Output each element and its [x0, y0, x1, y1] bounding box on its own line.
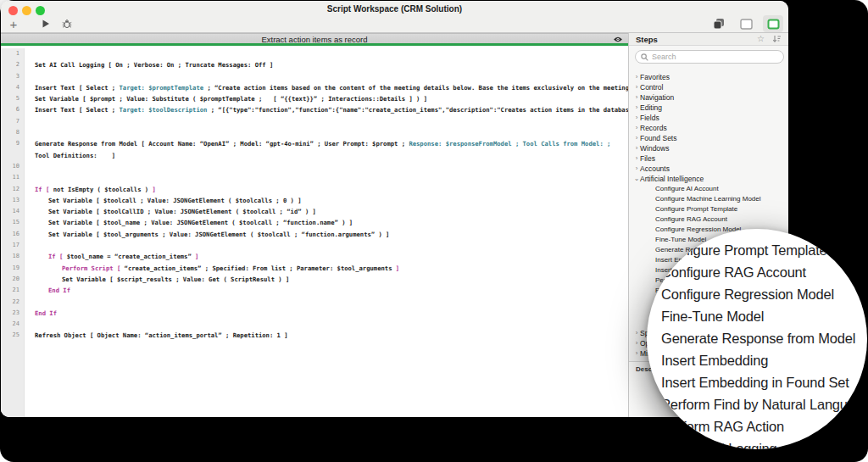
script-step-text: [25, 116, 628, 127]
script-row[interactable]: 8: [1, 127, 628, 138]
steps-category-found-sets[interactable]: ›Found Sets: [629, 133, 788, 143]
script-row[interactable]: 21End If: [1, 285, 628, 296]
script-row[interactable]: 24: [1, 319, 628, 330]
chevron-right-icon[interactable]: ›: [633, 103, 640, 113]
script-step-text: [25, 161, 628, 172]
script-row[interactable]: 10: [1, 161, 628, 172]
steps-item-configure-rag-account[interactable]: Configure RAG Account: [629, 214, 788, 225]
chevron-down-icon[interactable]: ⌄: [633, 174, 640, 184]
steps-label: Accounts: [640, 164, 670, 174]
debug-script-button[interactable]: [59, 16, 75, 31]
script-row[interactable]: 22: [1, 297, 628, 308]
steps-category-navigation[interactable]: ›Navigation: [629, 92, 788, 103]
search-input[interactable]: [652, 53, 778, 61]
steps-item-configure-machine-learning-model[interactable]: Configure Machine Learning Model: [629, 194, 788, 204]
sidebar-pane-view-button-selected[interactable]: [763, 15, 783, 32]
script-step-text: Set AI Call Logging [ On ; Verbose: On ;…: [25, 59, 628, 70]
script-row[interactable]: 6Insert Text [ Select ; Target: $toolDes…: [1, 104, 628, 115]
line-number: 25: [1, 330, 25, 341]
script-row[interactable]: 18If [ $tool_name = “create_action_items…: [1, 251, 628, 262]
script-row[interactable]: 15Set Variable [ $tool_name ; Value: JSO…: [1, 217, 628, 228]
script-row[interactable]: 23End If: [1, 308, 628, 319]
script-row[interactable]: 9Generate Response from Model [ Account …: [1, 138, 628, 149]
magnified-step-perform-find-by-natural-language: Perform Find by Natural Language: [661, 393, 867, 415]
script-step-text: [25, 48, 628, 59]
script-row[interactable]: 25Refresh Object [ Object Name: “action_…: [1, 330, 628, 341]
run-script-button[interactable]: [38, 16, 53, 31]
favorite-star-icon[interactable]: ☆: [757, 34, 765, 43]
magnifier-overlay: Configure Prompt TemplateConfigure RAG A…: [647, 229, 867, 449]
script-row[interactable]: Tool Definitions: ]: [1, 150, 628, 161]
steps-category-editing[interactable]: ›Editing: [629, 103, 788, 113]
steps-search-field[interactable]: [635, 50, 784, 64]
script-row[interactable]: 1: [1, 48, 628, 59]
chevron-right-icon[interactable]: ›: [633, 123, 640, 133]
script-tab[interactable]: Extract action items as record: [1, 35, 628, 44]
steps-category-favorites[interactable]: ›Favorites: [629, 72, 788, 82]
steps-panel-title: Steps: [636, 35, 658, 44]
line-number: 6: [1, 104, 25, 115]
line-number: 11: [1, 172, 25, 183]
script-row[interactable]: 4Insert Text [ Select ; Target: $promptT…: [1, 82, 628, 93]
magnified-step-insert-embedding-in-found-set: Insert Embedding in Found Set: [661, 371, 867, 393]
new-script-button[interactable]: +: [6, 16, 21, 31]
script-row[interactable]: 12If [ not IsEmpty ( $toolcalls ) ]: [1, 184, 628, 195]
stacked-panes-icon: [713, 18, 725, 30]
script-step-text: If [ $tool_name = “create_action_items” …: [25, 251, 628, 262]
chevron-right-icon[interactable]: ›: [633, 164, 640, 174]
script-editor[interactable]: 12Set AI Call Logging [ On ; Verbose: On…: [1, 48, 628, 417]
steps-label: Artificial Intelligence: [640, 174, 704, 184]
script-row[interactable]: 13Set Variable [ $toolcall ; Value: JSON…: [1, 195, 628, 206]
script-row[interactable]: 2Set AI Call Logging [ On ; Verbose: On …: [1, 59, 628, 70]
steps-label: Fine-Tune Model: [655, 235, 706, 245]
script-row[interactable]: 20Set Variable [ $script_results ; Value…: [1, 274, 628, 285]
steps-category-windows[interactable]: ›Windows: [629, 143, 788, 153]
chevron-right-icon[interactable]: ›: [633, 143, 640, 153]
chevron-right-icon[interactable]: ›: [633, 92, 640, 103]
steps-panel-header: Steps ☆: [629, 33, 788, 46]
steps-label: Found Sets: [640, 133, 676, 143]
script-row[interactable]: 3: [1, 71, 628, 82]
script-step-text: Set Variable [ $prompt ; Value: Substitu…: [25, 93, 628, 104]
script-row[interactable]: 19Perform Script [ “create_action_items”…: [1, 263, 628, 274]
chevron-right-icon[interactable]: ›: [633, 82, 640, 92]
line-number: 13: [1, 195, 25, 206]
steps-category-records[interactable]: ›Records: [629, 123, 788, 133]
chevron-right-icon[interactable]: ›: [633, 328, 640, 338]
script-step-text: Generate Response from Model [ Account N…: [25, 138, 628, 149]
chevron-right-icon[interactable]: ›: [633, 72, 640, 82]
line-number: 18: [1, 251, 25, 262]
script-step-text: Insert Text [ Select ; Target: $promptTe…: [25, 82, 628, 93]
script-row[interactable]: 7: [1, 116, 628, 127]
line-number: 9: [1, 138, 25, 149]
chevron-right-icon[interactable]: ›: [633, 113, 640, 123]
steps-category-fields[interactable]: ›Fields: [629, 113, 788, 123]
single-pane-view-button[interactable]: [736, 15, 756, 32]
line-number: 19: [1, 263, 25, 274]
script-row[interactable]: 17: [1, 240, 628, 251]
chevron-right-icon[interactable]: ›: [633, 348, 640, 359]
steps-category-artificial-intelligence[interactable]: ⌄Artificial Intelligence: [629, 174, 788, 184]
steps-label: Favorites: [640, 72, 670, 82]
chevron-right-icon[interactable]: ›: [633, 153, 640, 164]
sort-icon[interactable]: [772, 35, 782, 43]
steps-item-configure-ai-account[interactable]: Configure AI Account: [629, 184, 788, 194]
line-number: 10: [1, 161, 25, 172]
steps-label: Configure Machine Learning Model: [655, 194, 761, 204]
script-row[interactable]: 14Set Variable [ $toolCallID ; Value: JS…: [1, 206, 628, 217]
line-number: 15: [1, 217, 25, 228]
steps-item-configure-prompt-template[interactable]: Configure Prompt Template: [629, 204, 788, 214]
script-row[interactable]: 11: [1, 172, 628, 183]
panes-view-button[interactable]: [709, 15, 729, 32]
eye-icon[interactable]: [613, 36, 623, 43]
chevron-right-icon[interactable]: ›: [633, 338, 640, 348]
steps-category-control[interactable]: ›Control: [629, 82, 788, 92]
script-row[interactable]: 5Set Variable [ $prompt ; Value: Substit…: [1, 93, 628, 104]
chevron-right-icon[interactable]: ›: [633, 133, 640, 143]
script-step-text: If [ not IsEmpty ( $toolcalls ) ]: [25, 184, 628, 195]
steps-label: Records: [640, 123, 667, 133]
steps-category-files[interactable]: ›Files: [629, 153, 788, 164]
line-number: 16: [1, 229, 25, 240]
script-row[interactable]: 16Set Variable [ $tool_arguments ; Value…: [1, 229, 628, 240]
steps-category-accounts[interactable]: ›Accounts: [629, 164, 788, 174]
